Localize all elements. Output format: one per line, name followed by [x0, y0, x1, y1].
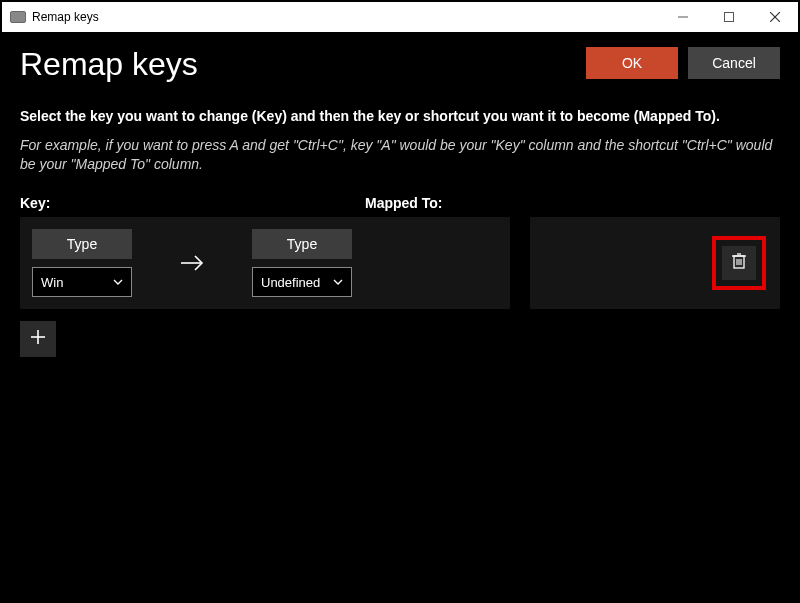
instruction-text: Select the key you want to change (Key) … [20, 107, 780, 126]
plus-icon [30, 329, 46, 349]
column-labels: Key: Mapped To: [20, 195, 780, 211]
delete-row-button[interactable] [722, 246, 756, 280]
example-text: For example, if you want to press A and … [20, 136, 780, 175]
mapping-panel: Type Win Type Undefined [20, 217, 510, 309]
svg-rect-1 [725, 13, 734, 22]
actions-panel [530, 217, 780, 309]
add-row-button[interactable] [20, 321, 56, 357]
cancel-button[interactable]: Cancel [688, 47, 780, 79]
type-key-button[interactable]: Type [32, 229, 132, 259]
mapped-select[interactable]: Undefined [252, 267, 352, 297]
key-column: Type Win [32, 229, 132, 297]
ok-button[interactable]: OK [586, 47, 678, 79]
mapped-column-label: Mapped To: [365, 195, 443, 211]
delete-highlight [712, 236, 766, 290]
window-title: Remap keys [32, 10, 99, 24]
key-column-label: Key: [20, 195, 365, 211]
trash-icon [731, 252, 747, 274]
page-title: Remap keys [20, 46, 576, 83]
window-titlebar: Remap keys [2, 2, 798, 32]
mapped-column: Type Undefined [252, 229, 352, 297]
mapping-row: Type Win Type Undefined [20, 217, 780, 309]
arrow-icon [132, 253, 252, 273]
maximize-button[interactable] [706, 2, 752, 32]
app-icon [10, 11, 26, 23]
chevron-down-icon [113, 275, 123, 290]
header-row: Remap keys OK Cancel [20, 42, 780, 83]
chevron-down-icon [333, 275, 343, 290]
close-button[interactable] [752, 2, 798, 32]
mapped-select-value: Undefined [261, 275, 320, 290]
content-area: Remap keys OK Cancel Select the key you … [2, 32, 798, 601]
type-mapped-button[interactable]: Type [252, 229, 352, 259]
key-select-value: Win [41, 275, 63, 290]
minimize-button[interactable] [660, 2, 706, 32]
key-select[interactable]: Win [32, 267, 132, 297]
